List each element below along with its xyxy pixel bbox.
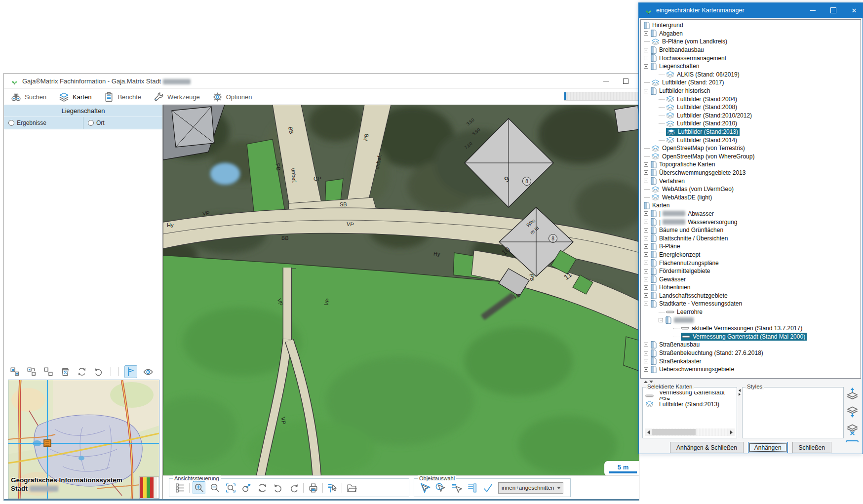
- tree-item-gewässer[interactable]: Gewässer: [641, 275, 861, 283]
- flag-icon[interactable]: [124, 365, 137, 378]
- close-icon[interactable]: ✕: [846, 3, 863, 18]
- button-anhängen[interactable]: Anhängen: [748, 442, 788, 453]
- overview-map[interactable]: Geografisches Informationssystem Stadt: [8, 380, 159, 499]
- tree-item-alkis-stand-06-2019[interactable]: ALKIS (Stand: 06/2019): [641, 71, 861, 79]
- tree-item-verfahren[interactable]: Verfahren: [641, 177, 861, 185]
- redo-icon[interactable]: [287, 481, 300, 494]
- tree-item-energiekonzept[interactable]: Energiekonzept: [641, 251, 861, 259]
- tree-item-karten[interactable]: Karten: [641, 201, 861, 210]
- panel-splitter[interactable]: [738, 387, 741, 440]
- tree-item-breitbandausbau[interactable]: Breitbandausbau: [641, 46, 861, 54]
- button-anhängen-schließen[interactable]: Anhängen & Schließen: [670, 442, 744, 453]
- trash-icon[interactable]: [59, 366, 71, 378]
- layer-down-icon[interactable]: [845, 405, 859, 418]
- button-schließen[interactable]: Schließen: [792, 442, 831, 453]
- tree-item-landschaftsschutzgebiete[interactable]: Landschaftsschutzgebiete: [641, 292, 861, 300]
- selected-map-item[interactable]: Luftbilder (Stand:2013): [645, 400, 737, 408]
- scrollbar-thumb[interactable]: [652, 429, 696, 435]
- toolbar-button-werkzeuge[interactable]: Werkzeuge: [153, 91, 200, 103]
- undo-icon[interactable]: [93, 366, 105, 378]
- tree-item-luftbilder-stand-2008[interactable]: Luftbilder (Stand:2008): [641, 103, 861, 112]
- tree-item-höhenlinien[interactable]: Höhenlinien: [641, 283, 861, 292]
- toolbar-button-suchen[interactable]: Suchen: [10, 91, 46, 103]
- tree-item-hochwassermanagement[interactable]: Hochwassermanagement: [641, 54, 861, 62]
- tree-item-überschwemmungsgebiete-2013[interactable]: Überschwemmungsgebiete 2013: [641, 169, 861, 177]
- toolbar-button-optionen[interactable]: Optionen: [212, 91, 252, 103]
- tree-item-aktuelle-vermessungen-stand-13-7-2017[interactable]: aktuelle Vermessungen (Stand 13.7.2017): [641, 324, 861, 333]
- tree-item-luftbilder-stand-2004[interactable]: Luftbilder (Stand:2004): [641, 95, 861, 103]
- tree-item-openstreetmap-von-wheregroup[interactable]: OpenStreetMap (von WhereGroup): [641, 153, 861, 161]
- cur-sel-icon[interactable]: [418, 481, 431, 494]
- tree-item-webatlasde-light[interactable]: WebAtlasDE (light): [641, 193, 861, 201]
- tree-item-wasserversorgung[interactable]: |Wasserversorgung: [641, 218, 861, 226]
- tree-item-bäume-und-grünflächen[interactable]: Bäume und Grünflächen: [641, 226, 861, 234]
- scroll-left-icon[interactable]: [645, 428, 652, 436]
- radio-ort[interactable]: Ort: [83, 117, 162, 129]
- mag-pan-icon[interactable]: [240, 481, 253, 494]
- tree-item-flächennutzungspläne[interactable]: Flächennutzungspläne: [641, 259, 861, 267]
- results-list-area[interactable]: [4, 129, 162, 363]
- tree-item-abwasser[interactable]: |Abwasser: [641, 210, 861, 218]
- refresh-icon[interactable]: [76, 366, 88, 378]
- radio-ort-dot[interactable]: [88, 120, 94, 126]
- tree-item-luftbilder-stand-2010[interactable]: Luftbilder (Stand:2010): [641, 119, 861, 128]
- selected-maps-hscrollbar[interactable]: [645, 428, 735, 436]
- tree-item-hintergrund[interactable]: Hintergrund: [641, 21, 861, 30]
- sq-all-icon[interactable]: [9, 366, 21, 378]
- tree-item-blattschnitte-übersichten[interactable]: Blattschnitte / Übersichten: [641, 234, 861, 242]
- tree-layers-icon: [666, 96, 674, 102]
- print-icon[interactable]: [307, 481, 319, 494]
- styles-list-area[interactable]: [743, 388, 843, 438]
- eye-icon[interactable]: [142, 366, 154, 378]
- sq-none-icon[interactable]: [42, 366, 54, 378]
- info-sel-icon[interactable]: [326, 481, 339, 494]
- tree-item-vermessung-gartenstadt-stand-mai-2000[interactable]: Vermessung Gartenstadt (Stand Mai 2000): [641, 333, 861, 341]
- toolbar-button-karten[interactable]: Karten: [58, 91, 91, 103]
- tree-item-straßenbeleuchtung-stand-27-6-2018[interactable]: Straßenbeleuchtung (Stand: 27.6.2018): [641, 349, 861, 357]
- mag-minus-icon[interactable]: [208, 481, 221, 494]
- minimize-button[interactable]: [804, 3, 821, 18]
- list-panel-icon[interactable]: [466, 481, 478, 494]
- layer-x-icon[interactable]: [845, 423, 859, 436]
- tree-item-ueberschwemmungsgebiete[interactable]: Ueberschwemmungsgebiete: [641, 365, 861, 374]
- tree-item-straßenkataster[interactable]: Straßenkataster: [641, 357, 861, 365]
- selected-map-item[interactable]: Vermessung Gartenstadt (Sta: [645, 391, 737, 400]
- maximize-button[interactable]: [825, 3, 842, 18]
- tree-item-topografische-karten[interactable]: Topografische Karten: [641, 160, 861, 169]
- tree-item[interactable]: [641, 316, 861, 324]
- selection-mode-dropdown[interactable]: innen+angeschnitten: [498, 482, 563, 494]
- mag-plus-icon[interactable]: [193, 481, 205, 494]
- radio-ergebnisse-dot[interactable]: [8, 120, 14, 126]
- tree-item-luftbilder-stand-2013[interactable]: Luftbilder (Stand:2013): [641, 128, 861, 136]
- tree-item-leerrohre[interactable]: Leerrohre: [641, 308, 861, 316]
- tree-item-luftbilder-stand-2014[interactable]: Luftbilder (Stand:2014): [641, 136, 861, 144]
- undo-icon[interactable]: [272, 481, 284, 494]
- check-icon[interactable]: [481, 481, 494, 494]
- tree-item-abgaben[interactable]: Abgaben: [641, 30, 861, 38]
- tree-item-luftbilder-stand-2010-2012[interactable]: Luftbilder (Stand:2010/2012): [641, 112, 861, 120]
- layer-up-icon[interactable]: [845, 387, 859, 400]
- cur-circ-icon[interactable]: [434, 481, 447, 494]
- map-view[interactable]: BBPBunbef.PBunbef.GPSBVPVPBBHyHy3.505.90…: [163, 105, 639, 475]
- tree-item-straßenausbau[interactable]: Straßenausbau: [641, 341, 861, 349]
- tree-item-stadtkarte-vermessungsdaten[interactable]: Stadtkarte - Vermessungsdaten: [641, 300, 861, 308]
- tree-item-luftbilder-historisch[interactable]: Luftbilder historisch: [641, 87, 861, 95]
- tree-item-b-pläne-vom-landkreis[interactable]: B-Pläne (vom Landkreis): [641, 38, 861, 46]
- maximize-button[interactable]: [618, 76, 633, 86]
- folder-icon[interactable]: [345, 481, 358, 494]
- mag-win-icon[interactable]: [224, 481, 237, 494]
- tree-item-liegenschaften[interactable]: Liegenschaften: [641, 62, 861, 71]
- cur-list-icon[interactable]: [450, 481, 463, 494]
- scroll-right-icon[interactable]: [728, 428, 735, 436]
- minimize-button[interactable]: [598, 76, 613, 86]
- refresh-icon[interactable]: [256, 481, 269, 494]
- tree-item-openstreetmap-von-terrestris[interactable]: OpenStreetMap (von Terrestris): [641, 144, 861, 153]
- tree-item-b-pläne[interactable]: B-Pläne: [641, 242, 861, 251]
- legend-icon[interactable]: [173, 481, 186, 494]
- sq-part-icon[interactable]: [26, 366, 38, 378]
- tree-item-luftbilder-stand-2017[interactable]: Luftbilder (Stand: 2017): [641, 78, 861, 87]
- tree-item-webatlas-vom-lvermgeo[interactable]: WebAtlas (vom LVermGeo): [641, 185, 861, 194]
- toolbar-button-berichte[interactable]: Berichte: [103, 91, 141, 103]
- tree-item-fördermittelgebiete[interactable]: Fördermittelgebiete: [641, 267, 861, 275]
- radio-ergebnisse[interactable]: Ergebnisse: [4, 117, 83, 129]
